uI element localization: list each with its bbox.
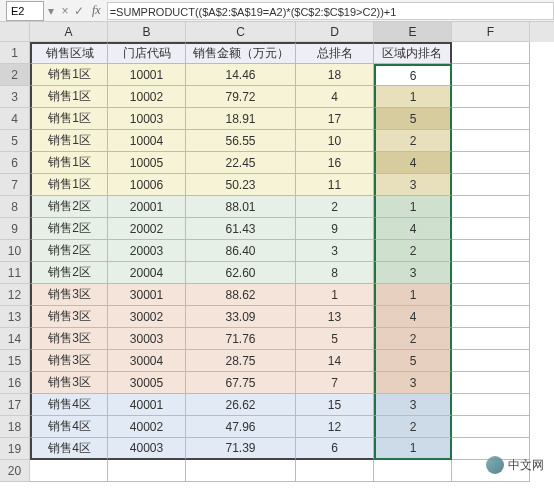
cell-F16[interactable] (452, 372, 530, 394)
cell-B17[interactable]: 40001 (108, 394, 186, 416)
cell-A14[interactable]: 销售3区 (30, 328, 108, 350)
cell-F17[interactable] (452, 394, 530, 416)
cell-A17[interactable]: 销售4区 (30, 394, 108, 416)
cell[interactable] (296, 460, 374, 482)
cell-C15[interactable]: 28.75 (186, 350, 296, 372)
cell-B6[interactable]: 10005 (108, 152, 186, 174)
col-header-D[interactable]: D (296, 22, 374, 42)
row-header[interactable]: 3 (0, 86, 30, 108)
cell[interactable] (374, 460, 452, 482)
cell-A2[interactable]: 销售1区 (30, 64, 108, 86)
cell-F9[interactable] (452, 218, 530, 240)
row-header[interactable]: 4 (0, 108, 30, 130)
cell-D8[interactable]: 2 (296, 196, 374, 218)
row-header[interactable]: 15 (0, 350, 30, 372)
cell-E13[interactable]: 4 (374, 306, 452, 328)
cell-E12[interactable]: 1 (374, 284, 452, 306)
cell-D6[interactable]: 16 (296, 152, 374, 174)
row-header[interactable]: 19 (0, 438, 30, 460)
select-all-corner[interactable] (0, 22, 30, 42)
cell-B5[interactable]: 10004 (108, 130, 186, 152)
cell-D14[interactable]: 5 (296, 328, 374, 350)
cell-E9[interactable]: 4 (374, 218, 452, 240)
cell-C3[interactable]: 79.72 (186, 86, 296, 108)
cell-B10[interactable]: 20003 (108, 240, 186, 262)
col-header-F[interactable]: F (452, 22, 530, 42)
cell-E15[interactable]: 5 (374, 350, 452, 372)
cell-F8[interactable] (452, 196, 530, 218)
cell-F14[interactable] (452, 328, 530, 350)
cell-D3[interactable]: 4 (296, 86, 374, 108)
cell-E6[interactable]: 4 (374, 152, 452, 174)
col-header-A[interactable]: A (30, 22, 108, 42)
row-header[interactable]: 5 (0, 130, 30, 152)
cell-B13[interactable]: 30002 (108, 306, 186, 328)
cell-E3[interactable]: 1 (374, 86, 452, 108)
cell-C5[interactable]: 56.55 (186, 130, 296, 152)
col-header-C[interactable]: C (186, 22, 296, 42)
cell-B3[interactable]: 10002 (108, 86, 186, 108)
cell-D7[interactable]: 11 (296, 174, 374, 196)
cell-A1[interactable]: 销售区域 (30, 42, 108, 64)
cell-D11[interactable]: 8 (296, 262, 374, 284)
cell-B12[interactable]: 30001 (108, 284, 186, 306)
cell-B7[interactable]: 10006 (108, 174, 186, 196)
cell-C11[interactable]: 62.60 (186, 262, 296, 284)
row-header[interactable]: 17 (0, 394, 30, 416)
row-header[interactable]: 7 (0, 174, 30, 196)
cell-D17[interactable]: 15 (296, 394, 374, 416)
cell-E4[interactable]: 5 (374, 108, 452, 130)
cell-C17[interactable]: 26.62 (186, 394, 296, 416)
cell-E17[interactable]: 3 (374, 394, 452, 416)
cell-C4[interactable]: 18.91 (186, 108, 296, 130)
row-header[interactable]: 13 (0, 306, 30, 328)
cell-F12[interactable] (452, 284, 530, 306)
cell-A19[interactable]: 销售4区 (30, 438, 108, 460)
row-header[interactable]: 18 (0, 416, 30, 438)
cell-A16[interactable]: 销售3区 (30, 372, 108, 394)
cell-F3[interactable] (452, 86, 530, 108)
confirm-icon[interactable]: ✓ (72, 4, 86, 18)
cell-E8[interactable]: 1 (374, 196, 452, 218)
cell-A7[interactable]: 销售1区 (30, 174, 108, 196)
cell-E7[interactable]: 3 (374, 174, 452, 196)
cell-B11[interactable]: 20004 (108, 262, 186, 284)
dropdown-icon[interactable]: ▾ (44, 4, 58, 18)
cell-F15[interactable] (452, 350, 530, 372)
cell-C14[interactable]: 71.76 (186, 328, 296, 350)
cell-E19[interactable]: 1 (374, 438, 452, 460)
cell-E14[interactable]: 2 (374, 328, 452, 350)
cell-D5[interactable]: 10 (296, 130, 374, 152)
cell-C9[interactable]: 61.43 (186, 218, 296, 240)
cell-B1[interactable]: 门店代码 (108, 42, 186, 64)
cell-C2[interactable]: 14.46 (186, 64, 296, 86)
cell-F10[interactable] (452, 240, 530, 262)
cell-A4[interactable]: 销售1区 (30, 108, 108, 130)
cell-C10[interactable]: 86.40 (186, 240, 296, 262)
cell-D13[interactable]: 13 (296, 306, 374, 328)
formula-input[interactable]: =SUMPRODUCT(($A$2:$A$19=A2)*($C$2:$C$19>… (107, 2, 554, 20)
cell-A8[interactable]: 销售2区 (30, 196, 108, 218)
cell-C16[interactable]: 67.75 (186, 372, 296, 394)
cell-F1[interactable] (452, 42, 530, 64)
row-header[interactable]: 16 (0, 372, 30, 394)
cell-B14[interactable]: 30003 (108, 328, 186, 350)
cell-A9[interactable]: 销售2区 (30, 218, 108, 240)
cell-B2[interactable]: 10001 (108, 64, 186, 86)
cell-F7[interactable] (452, 174, 530, 196)
row-header[interactable]: 6 (0, 152, 30, 174)
row-header[interactable]: 14 (0, 328, 30, 350)
col-header-B[interactable]: B (108, 22, 186, 42)
cell-E1[interactable]: 区域内排名 (374, 42, 452, 64)
row-header[interactable]: 1 (0, 42, 30, 64)
cell-C7[interactable]: 50.23 (186, 174, 296, 196)
cell-C1[interactable]: 销售金额（万元） (186, 42, 296, 64)
cancel-icon[interactable]: × (58, 4, 72, 18)
cell-E2[interactable]: 6 (374, 64, 452, 86)
cell-E18[interactable]: 2 (374, 416, 452, 438)
cell-C8[interactable]: 88.01 (186, 196, 296, 218)
cell-C13[interactable]: 33.09 (186, 306, 296, 328)
row-header[interactable]: 10 (0, 240, 30, 262)
cell[interactable] (30, 460, 108, 482)
row-header[interactable]: 20 (0, 460, 30, 482)
